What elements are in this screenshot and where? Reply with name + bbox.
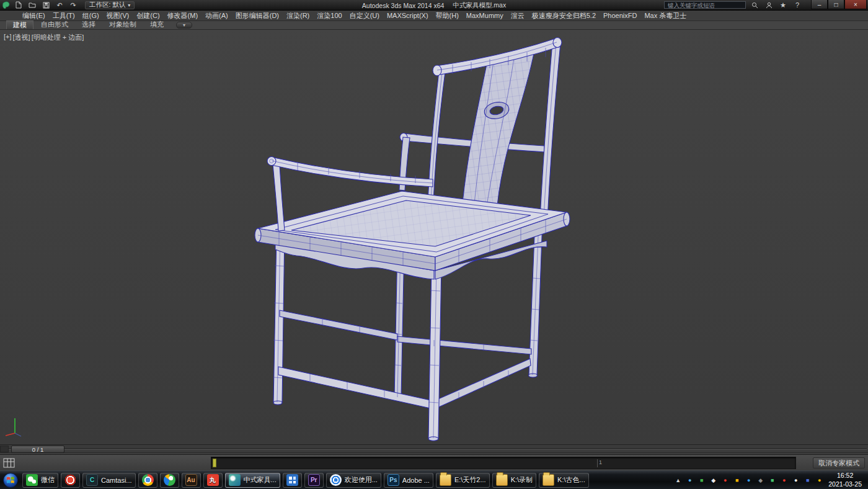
track-bar[interactable]: 1 bbox=[211, 457, 796, 469]
time-slider-notch bbox=[0, 446, 9, 452]
taskbar-item-premiere[interactable]: Pr bbox=[304, 473, 324, 488]
menu-tools[interactable]: 工具(T) bbox=[49, 11, 79, 20]
3dsmax-taskbar-icon bbox=[229, 474, 241, 486]
taskbar-item-camtasia[interactable]: C Camtasi... bbox=[82, 473, 136, 488]
tab-modeling[interactable]: 建模 bbox=[6, 20, 33, 29]
close-button[interactable]: × bbox=[844, 0, 867, 9]
search-icon[interactable] bbox=[749, 1, 760, 9]
infocenter-search-input[interactable] bbox=[664, 1, 746, 9]
premiere-icon: Pr bbox=[308, 474, 320, 486]
chevron-down-icon: ▾ bbox=[128, 2, 130, 8]
menu-rendering[interactable]: 渲染(R) bbox=[283, 11, 313, 20]
time-slider-thumb[interactable]: 0 / 1 bbox=[11, 446, 64, 453]
menu-animation[interactable]: 动画(A) bbox=[202, 11, 232, 20]
clock-time: 16:52 bbox=[828, 472, 862, 480]
taskbar-item-3dsmax[interactable]: 中式家具... bbox=[225, 473, 280, 488]
current-frame-marker[interactable] bbox=[213, 459, 216, 467]
photoshop-icon: Ps bbox=[388, 474, 399, 486]
browser-icon bbox=[164, 474, 175, 486]
taskbar-item-wechat[interactable]: 微信 bbox=[22, 473, 58, 488]
menu-maxmummy[interactable]: MaxMummy bbox=[463, 11, 507, 20]
tray-icon-11[interactable]: ■ bbox=[804, 477, 812, 483]
welcome-icon bbox=[330, 474, 342, 486]
viewport-shading-menu[interactable]: [明暗处理 + 边面] bbox=[32, 33, 84, 42]
taskbar-item-wan[interactable]: 丸 bbox=[203, 473, 223, 488]
recorder-icon bbox=[64, 474, 76, 486]
menu-create[interactable]: 创建(C) bbox=[133, 11, 163, 20]
chair-wireframe-model[interactable] bbox=[0, 30, 868, 444]
camtasia-icon: C bbox=[86, 474, 98, 486]
new-file-icon[interactable] bbox=[13, 1, 24, 9]
maximize-button[interactable]: □ bbox=[828, 0, 844, 9]
menu-help[interactable]: 帮助(H) bbox=[432, 11, 463, 20]
taskbar-item-photoshop[interactable]: Ps Adobe ... bbox=[384, 473, 433, 488]
tray-icon-5[interactable]: ■ bbox=[733, 477, 741, 483]
tray-icon-1[interactable]: ● bbox=[686, 477, 694, 483]
folder-icon bbox=[542, 474, 554, 486]
tray-icon-3[interactable]: ◆ bbox=[709, 477, 717, 483]
minimize-button[interactable]: – bbox=[811, 0, 828, 9]
viewport-pov-menu[interactable]: [透视] bbox=[13, 33, 30, 42]
tab-populate[interactable]: 填充 bbox=[144, 20, 170, 29]
tray-icon-12[interactable]: ● bbox=[815, 477, 823, 483]
time-slider: 0 / 1 bbox=[0, 444, 868, 453]
favorites-star-icon[interactable]: ★ bbox=[777, 1, 789, 9]
scene-explorer-grid-icon[interactable] bbox=[2, 457, 16, 469]
windows-taskbar: 微信 C Camtasi... Au 丸 中式家具... Pr 欢迎使用... bbox=[0, 470, 868, 489]
menu-phoenixfd[interactable]: PhoenixFD bbox=[600, 11, 640, 20]
perspective-viewport[interactable]: [+] [透视] [明暗处理 + 边面] bbox=[0, 30, 868, 444]
menu-xuanyun[interactable]: 渲云 bbox=[507, 11, 528, 20]
chrome-icon bbox=[142, 474, 154, 486]
taskbar-item-browser[interactable] bbox=[160, 473, 179, 488]
ribbon-tab-bar: 建模 自由形式 选择 对象绘制 填充 ▾ bbox=[0, 21, 868, 30]
ribbon-options-button[interactable]: ▾ bbox=[176, 22, 192, 29]
tray-icon-9[interactable]: ● bbox=[780, 477, 788, 483]
taskbar-item-welcome[interactable]: 欢迎使用... bbox=[326, 473, 381, 488]
tab-selection[interactable]: 选择 bbox=[76, 20, 102, 29]
taskbar-item-audition[interactable]: Au bbox=[182, 473, 201, 488]
menu-render100[interactable]: 渲染100 bbox=[313, 11, 345, 20]
tray-icon-4[interactable]: ● bbox=[721, 477, 729, 483]
frame-tick-label: 1 bbox=[597, 459, 602, 467]
time-slider-track[interactable] bbox=[9, 448, 867, 450]
title-bar: ↶ ↷ 工作区: 默认 ▾ Autodesk 3ds Max 2014 x64 … bbox=[0, 0, 868, 11]
workspace-selector[interactable]: 工作区: 默认 ▾ bbox=[85, 1, 135, 9]
menu-graph-editors[interactable]: 图形编辑器(D) bbox=[232, 11, 283, 20]
menu-views[interactable]: 视图(V) bbox=[103, 11, 133, 20]
start-button[interactable] bbox=[0, 471, 21, 489]
cancel-expert-mode-button[interactable]: 取消专家模式 bbox=[813, 457, 865, 469]
menu-group[interactable]: 组(G) bbox=[79, 11, 103, 20]
wechat-icon bbox=[26, 474, 38, 486]
tab-object-paint[interactable]: 对象绘制 bbox=[103, 20, 143, 29]
tray-icon-2[interactable]: ■ bbox=[698, 477, 706, 483]
tray-icon-6[interactable]: ● bbox=[745, 477, 753, 483]
menu-customize[interactable]: 自定义(U) bbox=[346, 11, 383, 20]
taskbar-item-folder-e[interactable]: E:\天竹2... bbox=[436, 473, 490, 488]
help-icon[interactable]: ? bbox=[792, 1, 803, 9]
tray-icon-10[interactable]: ● bbox=[792, 477, 800, 483]
menu-slim-archive[interactable]: 极速瘦身安全归档5.2 bbox=[528, 11, 600, 20]
folder-icon bbox=[496, 474, 508, 486]
menu-modifiers[interactable]: 修改器(M) bbox=[164, 11, 202, 20]
menu-antivirus[interactable]: Max 杀毒卫士 bbox=[640, 11, 690, 20]
open-folder-icon[interactable] bbox=[27, 1, 38, 9]
taskbar-item-folder-k-guse[interactable]: K:\古色... bbox=[539, 473, 589, 488]
taskbar-item-chrome[interactable] bbox=[138, 473, 157, 488]
menu-maxscript[interactable]: MAXScript(X) bbox=[383, 11, 432, 20]
tab-freeform[interactable]: 自由形式 bbox=[35, 20, 74, 29]
tray-icon-7[interactable]: ◆ bbox=[756, 477, 764, 483]
viewport-general-menu[interactable]: [+] bbox=[4, 33, 12, 42]
clock-date: 2021-03-25 bbox=[828, 480, 862, 488]
menu-edit[interactable]: 编辑(E) bbox=[19, 11, 49, 20]
redo-icon[interactable]: ↷ bbox=[68, 1, 79, 9]
taskbar-item-camtasia-recorder[interactable] bbox=[61, 473, 80, 488]
taskbar-item-blue-app[interactable] bbox=[283, 473, 302, 488]
save-icon[interactable] bbox=[40, 1, 51, 9]
tray-icon-8[interactable]: ■ bbox=[768, 477, 776, 483]
show-hidden-icons-button[interactable]: ▲ bbox=[674, 477, 682, 483]
3dsmax-logo-icon bbox=[2, 1, 11, 9]
taskbar-item-folder-k-record[interactable]: K:\录制 bbox=[492, 473, 536, 488]
undo-icon[interactable]: ↶ bbox=[54, 1, 65, 9]
taskbar-clock[interactable]: 16:52 2021-03-25 bbox=[828, 472, 862, 488]
sign-in-icon[interactable] bbox=[763, 1, 774, 9]
